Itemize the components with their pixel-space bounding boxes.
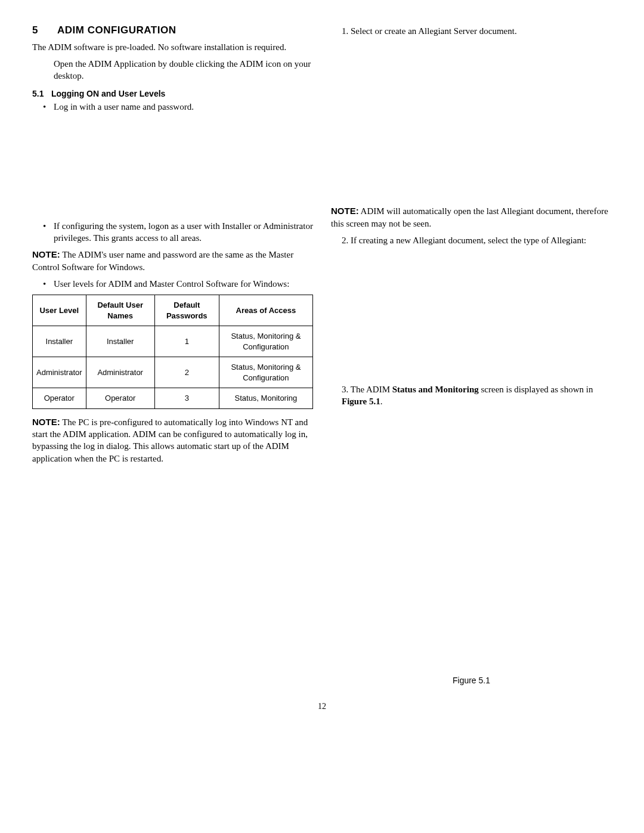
table-cell: Operator [33, 388, 86, 409]
bullet-list-3: User levels for ADIM and Master Control … [32, 278, 313, 290]
step-text: 3. The ADIM [342, 385, 392, 394]
note-paragraph: NOTE: The PC is pre-configured to automa… [32, 416, 313, 465]
note-label: NOTE: [32, 249, 60, 259]
table-row: Installer Installer 1 Status, Monitoring… [33, 326, 313, 357]
step-text: screen is displayed as shown in [479, 385, 593, 394]
subsection-heading: 5.1Logging ON and User Levels [32, 88, 313, 100]
open-app-instruction: Open the ADIM Application by double clic… [54, 58, 313, 82]
step-bold: Status and Monitoring [392, 385, 479, 394]
bullet-item: User levels for ADIM and Master Control … [32, 278, 313, 290]
table-cell: 3 [154, 388, 219, 409]
table-header: Default Passwords [154, 295, 219, 326]
table-cell: Status, Monitoring & Configuration [219, 326, 312, 357]
steps-list: 2. If creating a new Allegiant document,… [331, 234, 612, 246]
bullet-list-1: Log in with a user name and password. [32, 101, 313, 113]
note-label: NOTE: [32, 417, 60, 427]
note-paragraph: NOTE: The ADIM's user name and password … [32, 249, 313, 273]
table-cell: Status, Monitoring [219, 388, 312, 409]
table-cell: Administrator [33, 357, 86, 388]
table-header: Areas of Access [219, 295, 312, 326]
table-cell: Operator [86, 388, 154, 409]
intro-paragraph: The ADIM software is pre-loaded. No soft… [32, 41, 313, 53]
note-text: The PC is pre-configured to automaticall… [32, 417, 308, 463]
note-text: The ADIM's user name and password are th… [32, 250, 293, 271]
steps-list: 3. The ADIM Status and Monitoring screen… [331, 383, 612, 408]
bullet-item: If configuring the system, logon as a us… [32, 220, 313, 244]
note-text: ADIM will automatically open the last Al… [331, 206, 608, 228]
two-column-layout: 5ADIM CONFIGURATION The ADIM software is… [32, 24, 612, 686]
right-column: 1. Select or create an Allegiant Server … [331, 24, 612, 686]
step-item: 1. Select or create an Allegiant Server … [331, 25, 612, 37]
table-row: Operator Operator 3 Status, Monitoring [33, 388, 313, 409]
table-cell: Installer [33, 326, 86, 357]
page-number: 12 [32, 701, 612, 713]
table-cell: Installer [86, 326, 154, 357]
table-cell: 2 [154, 357, 219, 388]
table-header: Default User Names [86, 295, 154, 326]
note-paragraph: NOTE: ADIM will automatically open the l… [331, 205, 612, 230]
bullet-list-2: If configuring the system, logon as a us… [32, 220, 313, 244]
bullet-item: Log in with a user name and password. [32, 101, 313, 113]
section-number: 5 [32, 24, 57, 38]
subsection-number: 5.1 [32, 88, 51, 100]
step-item: 3. The ADIM Status and Monitoring screen… [331, 383, 612, 408]
step-item: 2. If creating a new Allegiant document,… [331, 234, 612, 246]
user-levels-table: User Level Default User Names Default Pa… [32, 295, 313, 409]
step-text: . [380, 397, 383, 406]
image-placeholder [331, 42, 612, 204]
figure-caption: Figure 5.1 [331, 675, 612, 686]
table-header: User Level [33, 295, 86, 326]
section-heading: 5ADIM CONFIGURATION [32, 24, 313, 38]
section-title: ADIM CONFIGURATION [57, 24, 176, 36]
table-row: Administrator Administrator 2 Status, Mo… [33, 357, 313, 388]
note-label: NOTE: [331, 206, 359, 216]
image-placeholder [32, 117, 313, 219]
subsection-title: Logging ON and User Levels [51, 89, 165, 98]
steps-list: 1. Select or create an Allegiant Server … [331, 25, 612, 37]
table-cell: 1 [154, 326, 219, 357]
left-column: 5ADIM CONFIGURATION The ADIM software is… [32, 24, 313, 686]
table-cell: Administrator [86, 357, 154, 388]
table-cell: Status, Monitoring & Configuration [219, 357, 312, 388]
figure-ref: Figure 5.1 [342, 397, 380, 406]
image-placeholder [331, 251, 612, 382]
image-placeholder [331, 413, 612, 663]
